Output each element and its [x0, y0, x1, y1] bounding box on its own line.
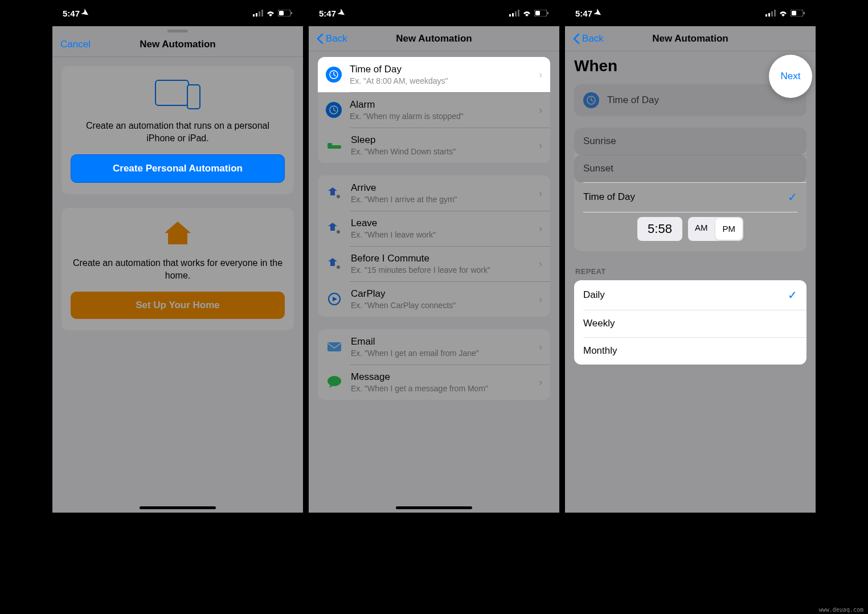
svg-rect-27 — [774, 10, 776, 17]
trigger-leave[interactable]: Leave Ex. "When I leave work" › — [318, 211, 550, 246]
chevron-right-icon: › — [539, 258, 542, 270]
pm-segment[interactable]: PM — [715, 218, 742, 240]
nav-bar: Cancel New Automation — [52, 32, 303, 57]
option-sunrise[interactable]: Sunrise — [574, 128, 806, 155]
nav-bar: Back New Automation Next — [565, 26, 816, 51]
trigger-title: Email — [351, 336, 531, 347]
svg-rect-0 — [253, 14, 255, 17]
chevron-right-icon: › — [539, 140, 542, 152]
option-label: Time of Day — [583, 191, 635, 203]
trigger-carplay[interactable]: CarPlay Ex. "When CarPlay connects" › — [318, 281, 550, 317]
trigger-title: CarPlay — [351, 288, 531, 300]
trigger-title: Alarm — [350, 99, 531, 110]
create-personal-automation-button[interactable]: Create Personal Automation — [71, 154, 285, 183]
wifi-icon — [522, 10, 531, 17]
svg-point-23 — [327, 376, 341, 386]
svg-rect-22 — [327, 342, 341, 351]
phone-screen-1: 5:47 ➤ Cancel New Automation Create an a… — [52, 0, 303, 513]
option-time-of-day[interactable]: Time of Day ✓ — [574, 182, 806, 212]
time-value[interactable]: 5:58 — [637, 217, 682, 241]
trigger-group-communication: Email Ex. "When I get an email from Jane… — [318, 329, 550, 400]
back-button[interactable]: Back — [317, 33, 347, 44]
svg-rect-24 — [765, 14, 767, 17]
svg-rect-7 — [509, 14, 511, 17]
back-button[interactable]: Back — [573, 33, 604, 44]
svg-rect-2 — [259, 11, 260, 17]
trigger-title: Time of Day — [350, 64, 531, 75]
trigger-before-commute[interactable]: Before I Commute Ex. "15 minutes before … — [318, 246, 550, 281]
selected-trigger-row[interactable]: Time of Day — [574, 84, 806, 116]
option-label: Weekly — [583, 318, 615, 329]
trigger-title: Sleep — [351, 134, 531, 146]
am-pm-segmented[interactable]: AM PM — [688, 217, 743, 241]
option-label: Sunset — [583, 163, 613, 174]
status-time: 5:47 — [63, 9, 80, 18]
trigger-subtitle: Ex. "When my alarm is stopped" — [350, 112, 531, 121]
trigger-alarm[interactable]: Alarm Ex. "When my alarm is stopped" › — [318, 92, 550, 128]
chevron-right-icon: › — [539, 376, 542, 388]
repeat-weekly[interactable]: Weekly — [574, 310, 806, 337]
personal-description: Create an automation that runs on a pers… — [71, 120, 285, 144]
location-services-icon: ➤ — [80, 7, 92, 19]
home-indicator[interactable] — [396, 506, 472, 509]
trigger-group-location: Arrive Ex. "When I arrive at the gym" › … — [318, 175, 550, 317]
email-icon — [326, 338, 343, 355]
svg-rect-6 — [291, 12, 292, 14]
house-icon — [71, 219, 285, 249]
trigger-title: Arrive — [351, 182, 531, 194]
next-label: Next — [781, 71, 801, 82]
battery-icon — [278, 10, 293, 17]
trigger-email[interactable]: Email Ex. "When I get an email from Jane… — [318, 329, 550, 365]
clock-icon — [326, 67, 342, 83]
home-indicator[interactable] — [140, 506, 216, 509]
repeat-monthly[interactable]: Monthly — [574, 337, 806, 365]
svg-rect-17 — [327, 143, 332, 146]
set-up-home-button[interactable]: Set Up Your Home — [71, 292, 285, 319]
status-bar: 5:47 ➤ — [309, 0, 559, 26]
svg-rect-3 — [261, 10, 263, 17]
location-services-icon: ➤ — [592, 7, 604, 19]
status-time: 5:47 — [319, 9, 336, 18]
svg-point-18 — [337, 195, 340, 198]
carplay-icon — [326, 290, 343, 308]
svg-rect-10 — [518, 10, 519, 17]
trigger-time-of-day[interactable]: Time of Day Ex. "At 8:00 AM, weekdays" › — [318, 57, 550, 92]
svg-rect-12 — [535, 11, 540, 15]
status-time: 5:47 — [575, 9, 592, 18]
trigger-subtitle: Ex. "At 8:00 AM, weekdays" — [350, 76, 531, 85]
cellular-icon — [509, 10, 519, 17]
am-segment[interactable]: AM — [688, 217, 715, 241]
arrive-icon — [326, 255, 343, 272]
option-label: Sunrise — [583, 136, 616, 147]
leave-icon — [326, 220, 343, 237]
home-automation-card: Create an automation that works for ever… — [62, 208, 294, 330]
svg-rect-1 — [256, 13, 257, 17]
trigger-group-time: Time of Day Ex. "At 8:00 AM, weekdays" ›… — [318, 57, 550, 163]
repeat-daily[interactable]: Daily ✓ — [574, 280, 806, 310]
cellular-icon — [765, 10, 776, 17]
chevron-right-icon: › — [539, 69, 542, 81]
status-bar: 5:47 ➤ — [52, 0, 303, 26]
trigger-message[interactable]: Message Ex. "When I get a message from M… — [318, 365, 550, 400]
option-sunset[interactable]: Sunset — [574, 155, 806, 182]
home-description: Create an automation that works for ever… — [71, 257, 285, 281]
cancel-button[interactable]: Cancel — [60, 39, 91, 50]
chevron-left-icon — [317, 33, 324, 44]
personal-automation-card: Create an automation that runs on a pers… — [62, 66, 294, 194]
wifi-icon — [266, 10, 275, 17]
next-button[interactable]: Next — [769, 55, 812, 98]
trigger-arrive[interactable]: Arrive Ex. "When I arrive at the gym" › — [318, 175, 550, 211]
back-label: Back — [582, 33, 604, 44]
status-icons — [765, 10, 805, 17]
repeat-header: Repeat — [574, 264, 806, 280]
trigger-title: Message — [351, 371, 531, 383]
clock-icon — [583, 92, 599, 108]
svg-rect-8 — [512, 13, 514, 17]
cellular-icon — [253, 10, 263, 17]
svg-rect-29 — [792, 11, 796, 15]
svg-rect-25 — [768, 13, 770, 17]
time-options-group: Sunrise Sunset Time of Day ✓ 5:58 AM PM — [574, 128, 806, 251]
trigger-sleep[interactable]: Sleep Ex. "When Wind Down starts" › — [318, 128, 550, 163]
svg-point-19 — [337, 230, 340, 234]
svg-rect-26 — [771, 11, 773, 17]
